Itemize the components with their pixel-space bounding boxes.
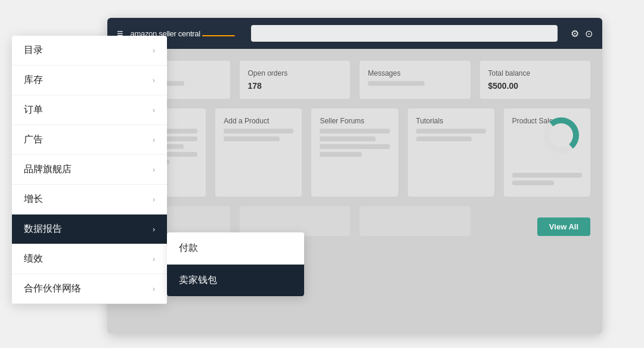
menu-label-partner-network: 合作伙伴网络	[24, 282, 81, 295]
menu-item-catalog[interactable]: 目录 ›	[12, 36, 167, 66]
submenu-item-seller-wallet[interactable]: 卖家钱包	[167, 265, 304, 296]
chevron-right-icon: ›	[153, 76, 155, 85]
chevron-right-icon: ›	[153, 225, 155, 234]
amazon-arrow	[202, 32, 238, 36]
p4	[320, 152, 361, 157]
menu-item-partner-network[interactable]: 合作伙伴网络 ›	[12, 274, 167, 304]
chevron-right-icon: ›	[153, 46, 155, 55]
messages-title: Messages	[368, 69, 462, 77]
menu-item-growth[interactable]: 增长 ›	[12, 185, 167, 215]
add-product-card: Add a Product	[215, 108, 302, 197]
chevron-right-icon: ›	[153, 166, 155, 174]
chevron-right-icon: ›	[153, 195, 155, 204]
total-balance-card: Total balance $500.00	[480, 61, 591, 99]
p2	[224, 136, 280, 141]
seller-forums-card: Seller Forums	[311, 108, 398, 197]
bottom-actions: View All	[119, 206, 590, 236]
menu-label-catalog: 目录	[24, 44, 43, 57]
donut-chart	[540, 114, 582, 159]
submenu-item-payment[interactable]: 付款	[167, 232, 304, 265]
chevron-right-icon: ›	[153, 136, 155, 144]
dashboard-top-row: rketplaces Open orders 178 Messages Tota…	[119, 61, 590, 99]
menu-item-advertising[interactable]: 广告 ›	[12, 125, 167, 155]
view-all-container: View All	[480, 213, 591, 236]
action-card-2	[240, 206, 351, 236]
gear-icon[interactable]: ⚙	[571, 28, 579, 39]
menu-label-data-reports: 数据报告	[24, 223, 62, 235]
nav-icons: ⚙ ⊙	[571, 28, 593, 39]
dashboard-bottom-row: ws Add a Product Seller Forums	[119, 108, 590, 197]
chevron-right-icon: ›	[153, 106, 155, 114]
product-sales-card: Product Sales	[504, 108, 590, 197]
submenu-label-payment: 付款	[179, 242, 198, 254]
open-orders-card: Open orders 178	[240, 61, 351, 99]
menu-item-brand-store[interactable]: 品牌旗舰店 ›	[12, 155, 167, 185]
outer-container: ≡ amazon seller central ⚙ ⊙ rketplaces	[0, 0, 644, 348]
menu-label-advertising: 广告	[24, 133, 43, 146]
submenu-label-seller-wallet: 卖家钱包	[179, 274, 217, 287]
menu-item-inventory[interactable]: 库存 ›	[12, 66, 167, 95]
action-card-3	[360, 206, 470, 236]
add-product-title: Add a Product	[224, 117, 293, 125]
messages-card: Messages	[360, 61, 470, 99]
p2	[416, 136, 472, 141]
seller-forums-title: Seller Forums	[320, 117, 389, 125]
placeholder	[368, 81, 425, 86]
search-bar[interactable]	[251, 25, 558, 42]
p3	[320, 144, 389, 149]
tutorials-title: Tutorials	[416, 117, 486, 125]
menu-label-orders: 订单	[24, 104, 43, 116]
menu-label-brand-store: 品牌旗舰店	[24, 163, 72, 176]
menu-item-orders[interactable]: 订单 ›	[12, 95, 167, 125]
menu-item-performance[interactable]: 绩效 ›	[12, 244, 167, 274]
sidebar-menu: 目录 › 库存 › 订单 › 广告 › 品牌旗舰店 › 增长 › 数据报告 › …	[12, 36, 167, 304]
p1	[416, 129, 486, 133]
p1	[512, 173, 582, 178]
top-nav: ≡ amazon seller central ⚙ ⊙	[107, 18, 602, 49]
submenu: 付款 卖家钱包	[167, 232, 304, 296]
p2	[320, 136, 376, 141]
chevron-right-icon: ›	[153, 285, 155, 293]
menu-label-performance: 绩效	[24, 253, 43, 265]
p2	[512, 181, 554, 185]
p1	[224, 129, 293, 133]
user-icon[interactable]: ⊙	[585, 28, 593, 39]
menu-label-growth: 增长	[24, 193, 43, 206]
view-all-button[interactable]: View All	[537, 218, 590, 236]
open-orders-title: Open orders	[248, 69, 342, 77]
menu-label-inventory: 库存	[24, 74, 43, 86]
total-balance-value: $500.00	[488, 81, 583, 91]
tutorials-card: Tutorials	[408, 108, 494, 197]
menu-item-data-reports[interactable]: 数据报告 ›	[12, 215, 167, 244]
total-balance-title: Total balance	[488, 69, 583, 77]
p1	[320, 129, 389, 133]
open-orders-value: 178	[248, 81, 342, 91]
chevron-right-icon: ›	[153, 255, 155, 263]
